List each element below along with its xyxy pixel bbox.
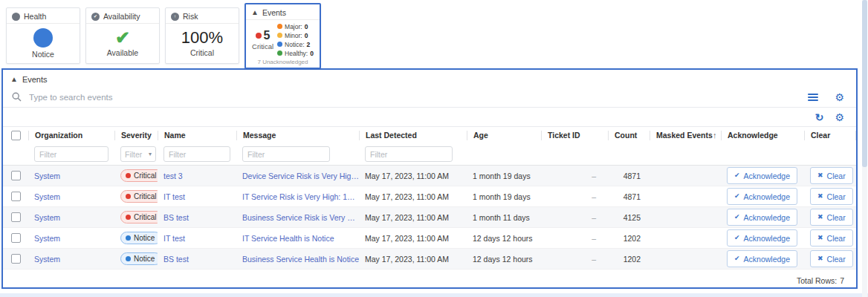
column-header-last-detected[interactable]: Last Detected	[359, 131, 467, 140]
severity-label: Critical	[134, 172, 157, 180]
column-header-organization[interactable]: Organization	[28, 131, 114, 140]
event-name-link[interactable]: BS test	[163, 213, 189, 222]
name-filter-input[interactable]	[163, 146, 230, 162]
table-row: System Critical BS test Business Service…	[3, 207, 856, 228]
severity-label: Notice	[134, 255, 155, 263]
column-header-count[interactable]: Count	[608, 131, 650, 140]
acknowledge-button[interactable]: ✔ Acknowledge	[727, 188, 797, 205]
acknowledge-button[interactable]: ✔ Acknowledge	[727, 229, 797, 247]
x-icon: ✖	[817, 214, 823, 221]
table-header-row: Organization Severity Name Message Last …	[3, 127, 856, 143]
row-checkbox[interactable]	[11, 192, 21, 201]
risk-card[interactable]: ↑ Risk 100% Critical	[165, 7, 239, 64]
masked-events-label: Masked Events	[656, 131, 713, 140]
severity-filter-dropdown[interactable]: Filter ▾	[120, 146, 156, 162]
refresh-icon[interactable]: ↻	[815, 112, 824, 123]
grid-settings-gear-icon[interactable]: ⚙	[835, 112, 844, 123]
risk-value: 100%	[181, 30, 223, 46]
message-cell: IT Service Health is Notice	[236, 234, 359, 243]
events-triangle-icon: ▲	[251, 9, 259, 16]
event-name-link[interactable]: IT test	[163, 234, 185, 243]
risk-arrow-circle-icon: ↑	[171, 13, 179, 21]
x-icon: ✖	[817, 255, 823, 262]
clear-button[interactable]: ✖ Clear	[810, 188, 853, 205]
search-input[interactable]	[27, 92, 802, 102]
clear-button[interactable]: ✖ Clear	[810, 229, 853, 247]
column-header-ticket-id[interactable]: Ticket ID	[541, 131, 608, 140]
column-header-clear[interactable]: Clear	[804, 131, 856, 140]
clear-button[interactable]: ✖ Clear	[810, 250, 853, 267]
event-message-link[interactable]: IT Service Risk is Very High: 100%	[242, 192, 359, 201]
message-filter-input[interactable]	[242, 146, 330, 162]
event-message-link[interactable]: Device Service Risk is Very High: 1	[242, 172, 359, 180]
minor-dot-icon	[277, 33, 282, 38]
acknowledge-button-label: Acknowledge	[744, 234, 790, 243]
legend-label: Minor:	[285, 32, 302, 39]
organization-link[interactable]: System	[34, 213, 60, 222]
search-bar: ⚙	[3, 87, 856, 108]
select-all-checkbox[interactable]	[11, 131, 21, 140]
clear-cell: ✖ Clear	[804, 209, 856, 226]
events-legend: Major: 0 Minor: 0 Notice: 2 Healthy: 0	[277, 23, 314, 57]
health-card[interactable]: Health Notice	[6, 7, 80, 64]
search-settings-gear-icon[interactable]: ⚙	[835, 92, 844, 102]
row-checkbox[interactable]	[11, 171, 21, 180]
column-header-name[interactable]: Name	[158, 131, 236, 140]
chevron-down-icon: ▾	[149, 151, 152, 157]
panel-title-bar: ▲ Events	[3, 70, 856, 87]
count-cell: 1202	[608, 234, 650, 243]
clear-button[interactable]: ✖ Clear	[810, 167, 853, 184]
clear-button[interactable]: ✖ Clear	[810, 209, 853, 226]
availability-check-circle-icon: ✔	[91, 13, 100, 21]
column-header-masked-events[interactable]: Masked Events ↑	[650, 131, 721, 140]
unacknowledged-count: 7 Unacknowledged	[246, 59, 320, 68]
row-checkbox[interactable]	[11, 254, 21, 264]
organization-link[interactable]: System	[34, 234, 60, 243]
risk-card-title: Risk	[183, 12, 198, 21]
column-header-acknowledge[interactable]: Acknowledge	[721, 131, 804, 140]
row-checkbox[interactable]	[11, 233, 21, 243]
event-name-link[interactable]: BS test	[163, 255, 189, 264]
name-cell: test 3	[158, 172, 236, 180]
vertical-scrollbar[interactable]	[862, 0, 867, 297]
severity-dot-icon	[126, 173, 131, 178]
column-header-message[interactable]: Message	[236, 131, 359, 140]
severity-cell: Critical	[114, 169, 158, 182]
availability-card[interactable]: ✔ Availability ✔ Available	[85, 7, 160, 64]
acknowledge-button[interactable]: ✔ Acknowledge	[727, 209, 797, 226]
event-message-link[interactable]: Business Service Health is Notice	[242, 255, 359, 264]
row-checkbox[interactable]	[11, 212, 21, 222]
column-header-severity[interactable]: Severity	[114, 131, 158, 140]
select-all-cell	[3, 131, 28, 140]
organization-link[interactable]: System	[34, 172, 60, 180]
organization-link[interactable]: System	[34, 192, 60, 201]
organization-filter-input[interactable]	[34, 146, 108, 162]
acknowledge-button[interactable]: ✔ Acknowledge	[727, 250, 797, 267]
message-cell: Business Service Health is Notice	[236, 255, 359, 264]
ticket-id-cell: –	[541, 255, 608, 264]
organization-link[interactable]: System	[34, 255, 60, 264]
acknowledge-button-label: Acknowledge	[744, 172, 790, 180]
acknowledge-button-label: Acknowledge	[744, 213, 790, 222]
scrollbar-thumb[interactable]	[862, 0, 867, 167]
last-detected-filter-input[interactable]	[365, 146, 453, 162]
search-icon	[12, 92, 22, 102]
event-message-link[interactable]: Business Service Risk is Very High	[242, 213, 359, 222]
list-view-icon[interactable]	[808, 94, 818, 101]
count-cell: 4871	[608, 172, 650, 180]
event-message-link[interactable]: IT Service Health is Notice	[242, 234, 359, 243]
event-name-link[interactable]: test 3	[163, 172, 183, 180]
events-card[interactable]: ▲ Events 5 Critical Major: 0 Minor:	[244, 3, 321, 69]
organization-cell: System	[28, 213, 114, 222]
critical-count-label: Critical	[252, 42, 273, 50]
legend-label: Healthy:	[285, 50, 308, 57]
kpi-cards: Health Notice ✔ Availability ✔ Available…	[0, 0, 868, 68]
legend-item-healthy: Healthy: 0	[277, 50, 314, 57]
acknowledge-button[interactable]: ✔ Acknowledge	[727, 167, 797, 184]
column-header-age[interactable]: Age	[467, 131, 541, 140]
page-bottom-strip	[0, 293, 868, 297]
health-icon	[12, 13, 20, 21]
check-icon: ✔	[734, 235, 740, 241]
sort-ascending-icon[interactable]: ↑	[713, 131, 717, 140]
event-name-link[interactable]: IT test	[163, 192, 185, 201]
